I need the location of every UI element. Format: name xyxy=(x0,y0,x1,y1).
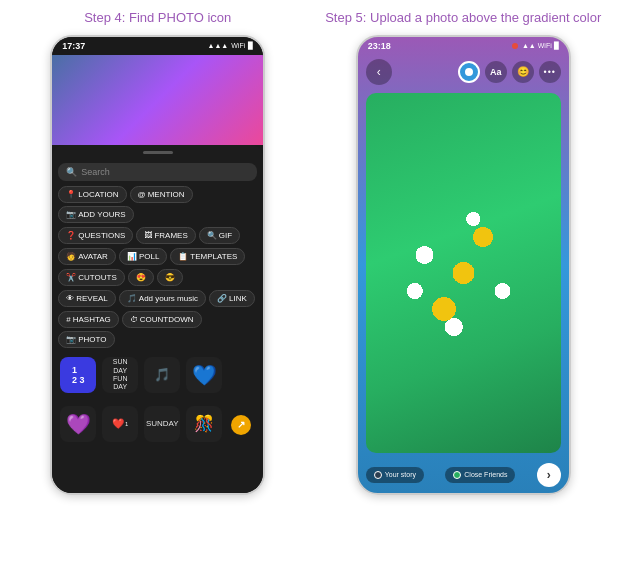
close-friends-icon xyxy=(453,471,461,479)
search-icon: 🔍 xyxy=(66,167,77,177)
sheet-handle xyxy=(143,151,173,154)
record-dot xyxy=(512,43,518,49)
back-button[interactable]: ‹ xyxy=(366,59,392,85)
sticker-reveal[interactable]: 👁 REVEAL xyxy=(58,290,116,307)
flower-photo xyxy=(366,93,561,453)
close-friends-button[interactable]: Close Friends xyxy=(445,467,515,483)
countdown-label: COUNTDOWN xyxy=(140,315,194,324)
reveal-label: REVEAL xyxy=(76,294,108,303)
cutouts-icon: ✂️ xyxy=(66,273,76,282)
sticker-sunday2[interactable]: SUNDAY xyxy=(144,406,180,442)
hashtag-icon: # xyxy=(66,315,70,324)
your-story-label: Your story xyxy=(385,471,416,478)
right-panel: Step 5: Upload a photo above the gradien… xyxy=(316,10,612,553)
add-yours-label: ADD YOURS xyxy=(78,210,125,219)
sticker-tool-button[interactable]: 😊 xyxy=(512,61,534,83)
gif-icon: 🔍 xyxy=(207,231,217,240)
next-icon: › xyxy=(547,468,551,482)
sticker-row-3: 🧑 AVATAR 📊 POLL 📋 TEMPLATES xyxy=(58,248,257,265)
sticker-row-1: 📍 LOCATION @ MENTION 📷 ADD YOURS xyxy=(58,186,257,223)
cutouts-label: CUTOUTS xyxy=(78,273,117,282)
status-icons-right: ▲▲ WiFi ▉ xyxy=(512,42,559,50)
gif-label: GIF xyxy=(219,231,232,240)
sticker-party[interactable]: 🎊 xyxy=(186,406,222,442)
close-friends-label: Close Friends xyxy=(464,471,507,478)
wifi-icon-right: WiFi xyxy=(538,42,552,49)
your-story-icon xyxy=(374,471,382,479)
sticker-cool[interactable]: 😎 xyxy=(157,269,183,286)
sticker-frames[interactable]: 🖼 FRAMES xyxy=(136,227,195,244)
add-yours-icon: 📷 xyxy=(66,210,76,219)
bottom-actions: Your story Close Friends › xyxy=(358,457,569,493)
sticker-poll[interactable]: 📊 POLL xyxy=(119,248,167,265)
photo-icon: 📷 xyxy=(66,335,76,344)
time-right: 23:18 xyxy=(368,41,391,51)
phone-left: 17:37 ▲▲▲ WiFi ▉ 🔍 Search 📍 xyxy=(50,35,265,495)
questions-icon: ❓ xyxy=(66,231,76,240)
sticker-red-heart[interactable]: ❤️1 xyxy=(102,406,138,442)
sticker-cutouts[interactable]: ✂️ CUTOUTS xyxy=(58,269,125,286)
signal-icon: ▲▲▲ xyxy=(207,42,228,49)
signal-icon-right: ▲▲ xyxy=(522,42,536,49)
sticker-add-yours[interactable]: 📷 ADD YOURS xyxy=(58,206,133,223)
photo-upload-area[interactable] xyxy=(366,93,561,453)
poll-icon: 📊 xyxy=(127,252,137,261)
gradient-preview xyxy=(52,55,263,145)
mention-icon: @ xyxy=(138,190,146,199)
wifi-icon: WiFi xyxy=(231,42,245,49)
sticker-heart-eyes[interactable]: 😍 xyxy=(128,269,154,286)
next-button[interactable]: › xyxy=(537,463,561,487)
templates-label: TEMPLATES xyxy=(190,252,237,261)
sticker-mention[interactable]: @ MENTION xyxy=(130,186,193,203)
avatar-icon: 🧑 xyxy=(66,252,76,261)
sticker-row-2: ❓ QUESTIONS 🖼 FRAMES 🔍 GIF xyxy=(58,227,257,244)
sticker-row-4: ✂️ CUTOUTS 😍 😎 xyxy=(58,269,257,286)
step4-label: Step 4: Find PHOTO icon xyxy=(84,10,231,27)
toolbar-actions: Aa 😊 ••• xyxy=(458,61,561,83)
text-tool-button[interactable]: Aa xyxy=(485,61,507,83)
circle-tool-button[interactable] xyxy=(458,61,480,83)
emoji-stickers-row-2: 💜 ❤️1 SUNDAY 🎊 xyxy=(58,402,257,446)
battery-icon-right: ▉ xyxy=(554,42,559,50)
your-story-button[interactable]: Your story xyxy=(366,467,424,483)
hashtag-label: HASHTAG xyxy=(73,315,111,324)
avatar-label: AVATAR xyxy=(78,252,108,261)
sticker-heart-blue[interactable]: 💙 xyxy=(186,357,222,393)
questions-label: QUESTIONS xyxy=(78,231,125,240)
sticker-gif[interactable]: 🔍 GIF xyxy=(199,227,240,244)
search-placeholder: Search xyxy=(81,167,110,177)
add-yours-music-label: Add yours music xyxy=(139,294,198,303)
sticker-picker: 🔍 Search 📍 LOCATION @ MENTION 📷 xyxy=(52,145,263,493)
more-tool-button[interactable]: ••• xyxy=(539,61,561,83)
sticker-purple-heart[interactable]: 💜 xyxy=(60,406,96,442)
sticker-hashtag[interactable]: # HASHTAG xyxy=(58,311,119,328)
sticker-sunday[interactable]: SUNDAYFUNDAY xyxy=(102,357,138,393)
music-icon: 🎵 xyxy=(127,294,137,303)
sticker-link[interactable]: 🔗 LINK xyxy=(209,290,255,307)
photo-label: PHOTO xyxy=(78,335,106,344)
phone-right: 23:18 ▲▲ WiFi ▉ ‹ Aa 😊 ••• xyxy=(356,35,571,495)
time-left: 17:37 xyxy=(62,41,85,51)
link-label: LINK xyxy=(229,294,247,303)
step5-label: Step 5: Upload a photo above the gradien… xyxy=(325,10,601,27)
emoji-stickers-row: 12 3 SUNDAYFUNDAY 🎵 💙 xyxy=(58,353,257,397)
sticker-photo[interactable]: 📷 PHOTO xyxy=(58,331,114,348)
status-bar-right: 23:18 ▲▲ WiFi ▉ xyxy=(358,37,569,55)
sticker-row-5: 👁 REVEAL 🎵 Add yours music 🔗 LINK xyxy=(58,290,257,307)
sticker-countdown[interactable]: ⏱ COUNTDOWN xyxy=(122,311,202,328)
sticker-sound[interactable]: 🎵 xyxy=(144,357,180,393)
sticker-search[interactable]: 🔍 Search xyxy=(58,163,257,181)
sticker-123[interactable]: 12 3 xyxy=(60,357,96,393)
sticker-questions[interactable]: ❓ QUESTIONS xyxy=(58,227,133,244)
toolbar-right: ‹ Aa 😊 ••• xyxy=(358,55,569,89)
sticker-add-yours-music[interactable]: 🎵 Add yours music xyxy=(119,290,206,307)
heart-eyes-icon: 😍 xyxy=(136,273,146,282)
cool-icon: 😎 xyxy=(165,273,175,282)
mention-label: MENTION xyxy=(148,190,185,199)
countdown-icon: ⏱ xyxy=(130,315,138,324)
location-icon: 📍 xyxy=(66,190,76,199)
location-label: LOCATION xyxy=(78,190,118,199)
sticker-templates[interactable]: 📋 TEMPLATES xyxy=(170,248,245,265)
sticker-avatar[interactable]: 🧑 AVATAR xyxy=(58,248,116,265)
sticker-location[interactable]: 📍 LOCATION xyxy=(58,186,126,203)
